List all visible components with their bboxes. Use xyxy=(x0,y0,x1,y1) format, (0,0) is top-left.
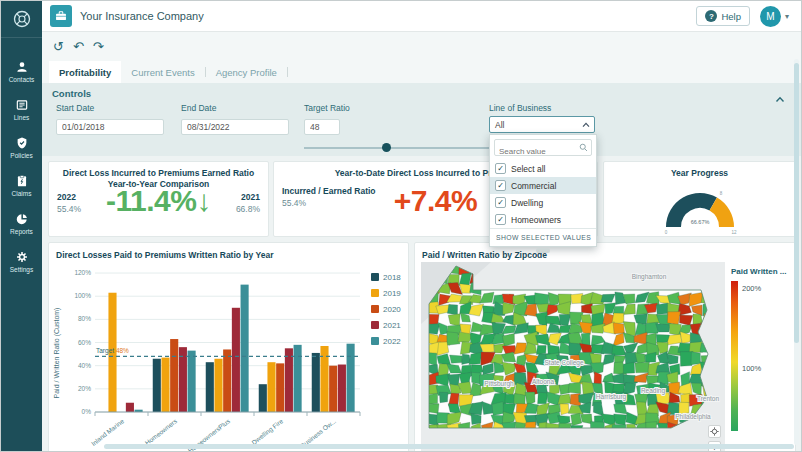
legend-label: 2020 xyxy=(383,305,401,314)
tab-profitability[interactable]: Profitability xyxy=(49,61,121,83)
tab-agency-profile[interactable]: Agency Profile xyxy=(206,61,287,83)
line-of-business-popup: ✓Select all✓Commercial✓Dwelling✓Homeowne… xyxy=(489,134,597,247)
lob-option-label: Select all xyxy=(511,164,546,174)
zipcode-region[interactable] xyxy=(538,392,549,403)
bar-2018-Dwelling Fire[interactable] xyxy=(259,384,267,412)
bar-2021-HomeownersPlus[interactable] xyxy=(232,308,240,412)
tab-separator xyxy=(287,67,288,77)
bar-2022-HomeownersPlus[interactable] xyxy=(241,285,249,412)
zipcode-region[interactable] xyxy=(536,346,546,355)
legend-item-2021[interactable]: 2021 xyxy=(371,317,401,333)
pie-icon xyxy=(15,212,29,226)
sidebar-nav: Contacts Lines Policies Claims Reports S… xyxy=(1,52,42,280)
main-area: Your Insurance Company ? Help M ▾ ↺ ↶ ↷ … xyxy=(42,1,801,451)
horizontal-scrollbar[interactable] xyxy=(104,444,794,449)
bar-2020-Business Ow...[interactable] xyxy=(329,366,337,412)
briefcase-icon xyxy=(54,9,68,23)
bar-2018-Business Ow...[interactable] xyxy=(312,353,320,412)
sidebar-item-lines[interactable]: Lines xyxy=(1,90,42,128)
zipcode-region[interactable] xyxy=(614,414,627,425)
bar-2021-Business Ow...[interactable] xyxy=(338,365,346,412)
lob-option-dwelling[interactable]: ✓Dwelling xyxy=(490,194,596,211)
checkbox-checked-icon[interactable]: ✓ xyxy=(495,163,506,174)
legend-item-2022[interactable]: 2022 xyxy=(371,333,401,349)
lob-option-homeowners[interactable]: ✓Homeowners xyxy=(490,211,596,228)
lob-option-select-all[interactable]: ✓Select all xyxy=(490,160,596,177)
bar-2020-HomeownersPlus[interactable] xyxy=(223,349,231,412)
zipcode-region[interactable] xyxy=(613,323,624,334)
vertical-scrollbar-thumb[interactable] xyxy=(794,63,799,343)
y-tick-label: 100% xyxy=(74,292,91,299)
bar-2022-Homeowners[interactable] xyxy=(188,351,196,412)
slider-handle[interactable] xyxy=(382,143,391,152)
help-button[interactable]: ? Help xyxy=(696,6,750,26)
zipcode-region[interactable] xyxy=(691,352,701,365)
bar-2018-HomeownersPlus[interactable] xyxy=(206,362,214,412)
zipcode-region[interactable] xyxy=(635,362,650,373)
line-of-business-select[interactable]: All xyxy=(489,116,595,133)
bar-2019-Homeowners[interactable] xyxy=(161,358,169,412)
legend-item-2019[interactable]: 2019 xyxy=(371,285,401,301)
tab-current-events[interactable]: Current Events xyxy=(121,61,204,83)
legend-item-2018[interactable]: 2018 xyxy=(371,269,401,285)
y-axis-label: Paid / Written Ratio (Custom) xyxy=(53,308,61,399)
bar-2021-Dwelling Fire[interactable] xyxy=(285,348,293,412)
undo-icon[interactable]: ↶ xyxy=(73,39,84,54)
zipcode-region[interactable] xyxy=(469,352,482,364)
reset-icon[interactable]: ↺ xyxy=(53,39,64,54)
bar-2022-Business Ow...[interactable] xyxy=(347,344,355,412)
company-logo[interactable] xyxy=(1,1,42,38)
checkbox-checked-icon[interactable]: ✓ xyxy=(495,214,506,225)
topbar: Your Insurance Company ? Help M ▾ xyxy=(42,1,801,32)
legend-item-2020[interactable]: 2020 xyxy=(371,301,401,317)
collapse-chevron-icon[interactable] xyxy=(775,89,785,107)
zipcode-region[interactable] xyxy=(439,392,448,403)
zipcode-region[interactable] xyxy=(560,404,569,415)
checkbox-checked-icon[interactable]: ✓ xyxy=(495,180,506,191)
zipcode-region[interactable] xyxy=(450,355,463,363)
checkbox-checked-icon[interactable]: ✓ xyxy=(495,197,506,208)
zipcode-region[interactable] xyxy=(568,382,581,393)
avatar-caret-icon[interactable]: ▾ xyxy=(785,12,789,21)
x-tick-label: Dwelling Fire xyxy=(250,417,285,447)
search-input[interactable] xyxy=(495,144,591,159)
lob-option-label: Dwelling xyxy=(511,198,543,208)
bar-2018-Homeowners[interactable] xyxy=(153,359,161,412)
map-card: Paid / Written Ratio by Zipcode Binghamt… xyxy=(414,242,796,451)
show-selected-values-button[interactable]: SHOW SELECTED VALUES xyxy=(490,228,596,246)
zipcode-region[interactable] xyxy=(558,394,572,405)
bar-2020-Dwelling Fire[interactable] xyxy=(276,363,284,412)
zipcode-region[interactable] xyxy=(447,332,460,346)
sidebar-item-contacts[interactable]: Contacts xyxy=(1,52,42,90)
lob-option-label: Homeowners xyxy=(511,215,561,225)
end-date-input[interactable] xyxy=(181,119,289,135)
kpi-title-line1: Direct Loss Incurred to Premiums Earned … xyxy=(63,168,254,178)
zipcode-map[interactable]: BinghamtonPittsburghAltoonaState College… xyxy=(421,262,725,451)
redo-icon[interactable]: ↷ xyxy=(93,39,104,54)
vertical-scrollbar[interactable] xyxy=(794,59,799,445)
start-date-input[interactable] xyxy=(56,119,164,135)
sidebar-item-claims[interactable]: Claims xyxy=(1,166,42,204)
search-icon xyxy=(579,143,588,152)
lob-option-commercial[interactable]: ✓Commercial xyxy=(490,177,596,194)
zipcode-region[interactable] xyxy=(623,362,634,373)
bar-2021-Inland Marine[interactable] xyxy=(126,403,134,412)
bar-2022-Dwelling Fire[interactable] xyxy=(294,345,302,412)
zipcode-region[interactable] xyxy=(667,312,680,326)
map-home-button[interactable] xyxy=(708,425,721,438)
sidebar-item-policies[interactable]: Policies xyxy=(1,128,42,166)
user-avatar[interactable]: M xyxy=(760,6,781,27)
bar-2019-HomeownersPlus[interactable] xyxy=(214,359,222,412)
dashboard-window: Contacts Lines Policies Claims Reports S… xyxy=(0,0,802,452)
bar-2019-Dwelling Fire[interactable] xyxy=(267,362,275,412)
target-ratio-input[interactable] xyxy=(304,119,340,135)
zipcode-region[interactable] xyxy=(656,324,671,332)
zipcode-region[interactable] xyxy=(447,304,457,315)
target-line-label: Target 48% xyxy=(96,347,129,355)
legend-swatch xyxy=(371,337,379,345)
gauge-tick-label: 8 xyxy=(719,191,722,196)
bar-2020-Homeowners[interactable] xyxy=(170,339,178,412)
sidebar-item-reports[interactable]: Reports xyxy=(1,204,42,242)
popup-resize-handle[interactable] xyxy=(536,248,550,253)
sidebar-item-settings[interactable]: Settings xyxy=(1,242,42,280)
